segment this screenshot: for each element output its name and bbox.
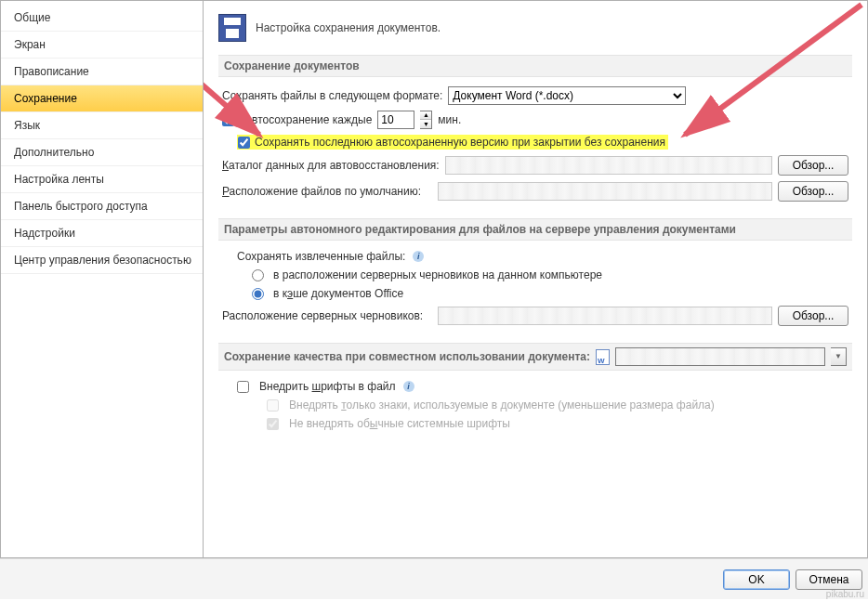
spin-up-icon[interactable]: ▲	[420, 111, 431, 120]
save-format-combo[interactable]: Документ Word (*.docx)	[448, 86, 686, 105]
autosave-spinner[interactable]: ▲ ▼	[420, 111, 432, 129]
save-extracted-label: Сохранять извлеченные файлы:	[237, 250, 405, 263]
default-location-input[interactable]	[438, 182, 772, 201]
chevron-down-icon[interactable]: ▼	[831, 347, 847, 366]
sidebar-item-display[interactable]: Экран	[1, 32, 203, 59]
radio-office-cache-label: в кэше документов Office	[273, 287, 403, 300]
watermark: pikabu.ru	[826, 589, 864, 599]
sidebar-item-proofing[interactable]: Правописание	[1, 59, 203, 85]
browse-server-drafts-button[interactable]: Обзор...	[778, 306, 848, 326]
section-save-docs: Сохранение документов	[218, 55, 852, 77]
radio-server-drafts-local[interactable]	[252, 269, 264, 281]
server-drafts-location-input[interactable]	[438, 307, 772, 325]
keep-last-autosave-label: Сохранять последнюю автосохраненную верс…	[255, 136, 665, 149]
document-selector-combo[interactable]	[615, 347, 825, 366]
ok-button[interactable]: OK	[723, 569, 790, 590]
autorecover-folder-input[interactable]	[445, 156, 772, 175]
sidebar-item-general[interactable]: Общие	[1, 5, 203, 32]
server-drafts-location-label: Расположение серверных черновиков:	[222, 309, 432, 322]
browse-autorecover-button[interactable]: Обзор...	[778, 155, 848, 176]
keep-last-autosave-checkbox[interactable]	[238, 137, 250, 149]
embed-fonts-checkbox[interactable]	[237, 381, 249, 393]
autosave-label: Автосохранение каждые	[244, 113, 372, 126]
cancel-button[interactable]: Отмена	[796, 569, 862, 590]
save-icon	[218, 14, 246, 42]
embed-only-used-checkbox	[267, 399, 279, 412]
sidebar-item-addins[interactable]: Надстройки	[1, 220, 203, 247]
save-format-label: Сохранять файлы в следующем формате:	[222, 89, 442, 102]
sidebar-item-trust-center[interactable]: Центр управления безопасностью	[1, 247, 203, 274]
autosave-checkbox[interactable]	[222, 114, 234, 126]
browse-default-location-button[interactable]: Обзор...	[778, 181, 848, 202]
radio-office-cache[interactable]	[252, 288, 264, 300]
page-title: Настройка сохранения документов.	[256, 21, 441, 34]
info-icon[interactable]: i	[403, 381, 414, 392]
info-icon[interactable]: i	[413, 251, 424, 262]
radio-server-drafts-local-label: в расположении серверных черновиков на д…	[273, 268, 602, 281]
options-content: Настройка сохранения документов. Сохране…	[203, 0, 868, 558]
autosave-unit: мин.	[438, 113, 461, 126]
spin-down-icon[interactable]: ▼	[420, 120, 431, 128]
default-location-label: Расположение файлов по умолчанию:	[222, 185, 432, 198]
word-document-icon	[596, 349, 610, 365]
section-offline-editing: Параметры автономного редактирования для…	[218, 218, 852, 241]
section-font-embedding: Сохранение качества при совместном испол…	[218, 343, 852, 371]
sidebar-item-save[interactable]: Сохранение	[1, 85, 203, 112]
sidebar-item-ribbon[interactable]: Настройка ленты	[1, 166, 203, 193]
autosave-minutes-input[interactable]	[377, 111, 414, 129]
embed-fonts-label: Внедрить шрифты в файл	[259, 380, 396, 393]
autorecover-folder-label: Каталог данных для автовосстановления:	[222, 159, 440, 172]
sidebar-item-advanced[interactable]: Дополнительно	[1, 139, 203, 166]
options-sidebar: Общие Экран Правописание Сохранение Язык…	[0, 0, 203, 558]
sidebar-item-language[interactable]: Язык	[1, 112, 203, 139]
dialog-footer: OK Отмена	[0, 558, 868, 599]
skip-system-fonts-checkbox	[267, 418, 279, 430]
embed-only-used-label: Внедрять только знаки, используемые в до…	[289, 398, 715, 412]
sidebar-item-qat[interactable]: Панель быстрого доступа	[1, 193, 203, 220]
skip-system-fonts-label: Не внедрять обычные системные шрифты	[289, 417, 510, 430]
